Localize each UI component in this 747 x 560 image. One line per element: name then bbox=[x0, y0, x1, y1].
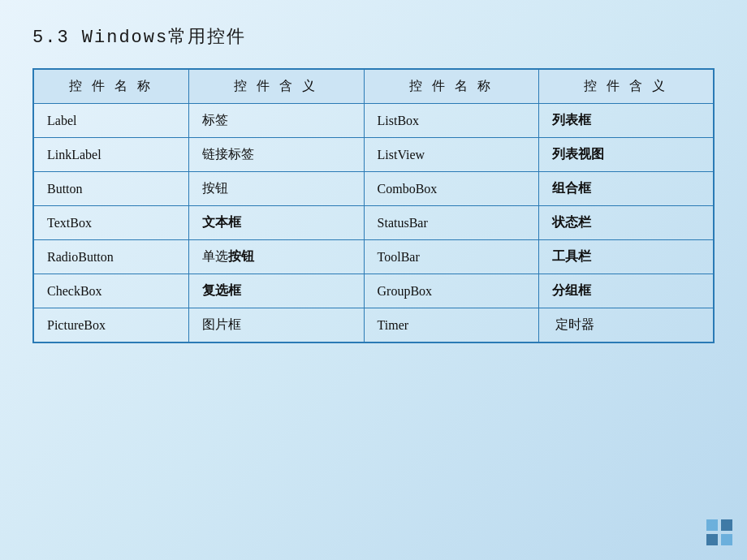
header-col2: 控 件 含 义 bbox=[189, 70, 364, 104]
deco-sq-4 bbox=[721, 534, 732, 545]
control-meaning-right: 工具栏 bbox=[538, 240, 713, 274]
control-meaning-left: 复选框 bbox=[189, 274, 364, 308]
control-meaning-left: 文本框 bbox=[189, 206, 364, 240]
table-row: Button按钮ComboBox组合框 bbox=[34, 172, 714, 206]
control-name-left: CheckBox bbox=[34, 274, 189, 308]
control-name-right: ListView bbox=[364, 138, 538, 172]
control-meaning-right: 列表框 bbox=[538, 104, 713, 138]
header-col4: 控 件 含 义 bbox=[538, 70, 713, 104]
table-row: CheckBox复选框GroupBox分组框 bbox=[34, 274, 714, 308]
page-title: 5.3 Windows常用控件 bbox=[32, 24, 715, 49]
table-row: RadioButton单选按钮ToolBar工具栏 bbox=[34, 240, 714, 274]
control-name-right: Timer bbox=[364, 308, 538, 342]
control-name-left: PictureBox bbox=[34, 308, 189, 342]
control-name-right: ListBox bbox=[364, 104, 538, 138]
deco-sq-2 bbox=[721, 519, 732, 531]
table-wrapper: 控 件 名 称 控 件 含 义 控 件 名 称 控 件 含 义 Label标签L… bbox=[32, 68, 715, 343]
deco-sq-3 bbox=[706, 534, 718, 545]
control-name-left: TextBox bbox=[34, 206, 189, 240]
control-meaning-right: 状态栏 bbox=[538, 206, 713, 240]
control-name-left: RadioButton bbox=[34, 240, 189, 274]
control-meaning-right: 分组框 bbox=[538, 274, 713, 308]
control-meaning-left: 链接标签 bbox=[189, 138, 364, 172]
control-meaning-right: 定时器 bbox=[538, 308, 713, 342]
header-col3: 控 件 名 称 bbox=[364, 70, 538, 104]
control-name-right: ToolBar bbox=[364, 240, 538, 274]
table-row: LinkLabel链接标签ListView列表视图 bbox=[34, 138, 714, 172]
page-container: 5.3 Windows常用控件 控 件 名 称 控 件 含 义 控 件 名 称 … bbox=[0, 0, 747, 560]
controls-table: 控 件 名 称 控 件 含 义 控 件 名 称 控 件 含 义 Label标签L… bbox=[33, 69, 714, 342]
control-meaning-right: 组合框 bbox=[538, 172, 713, 206]
table-body: Label标签ListBox列表框LinkLabel链接标签ListView列表… bbox=[34, 104, 714, 342]
table-row: PictureBox图片框Timer 定时器 bbox=[34, 308, 714, 342]
control-meaning-left: 按钮 bbox=[189, 172, 364, 206]
deco-sq-1 bbox=[706, 519, 718, 531]
table-header-row: 控 件 名 称 控 件 含 义 控 件 名 称 控 件 含 义 bbox=[34, 70, 714, 104]
control-name-left: LinkLabel bbox=[34, 138, 189, 172]
control-name-right: ComboBox bbox=[364, 172, 538, 206]
control-name-right: GroupBox bbox=[364, 274, 538, 308]
control-name-left: Label bbox=[34, 104, 189, 138]
control-name-right: StatusBar bbox=[364, 206, 538, 240]
table-row: TextBox文本框StatusBar状态栏 bbox=[34, 206, 714, 240]
header-col1: 控 件 名 称 bbox=[34, 70, 189, 104]
corner-decoration bbox=[706, 519, 732, 545]
table-row: Label标签ListBox列表框 bbox=[34, 104, 714, 138]
control-name-left: Button bbox=[34, 172, 189, 206]
control-meaning-left: 图片框 bbox=[189, 308, 364, 342]
control-meaning-left: 单选按钮 bbox=[189, 240, 364, 274]
control-meaning-right: 列表视图 bbox=[538, 138, 713, 172]
control-meaning-left: 标签 bbox=[189, 104, 364, 138]
